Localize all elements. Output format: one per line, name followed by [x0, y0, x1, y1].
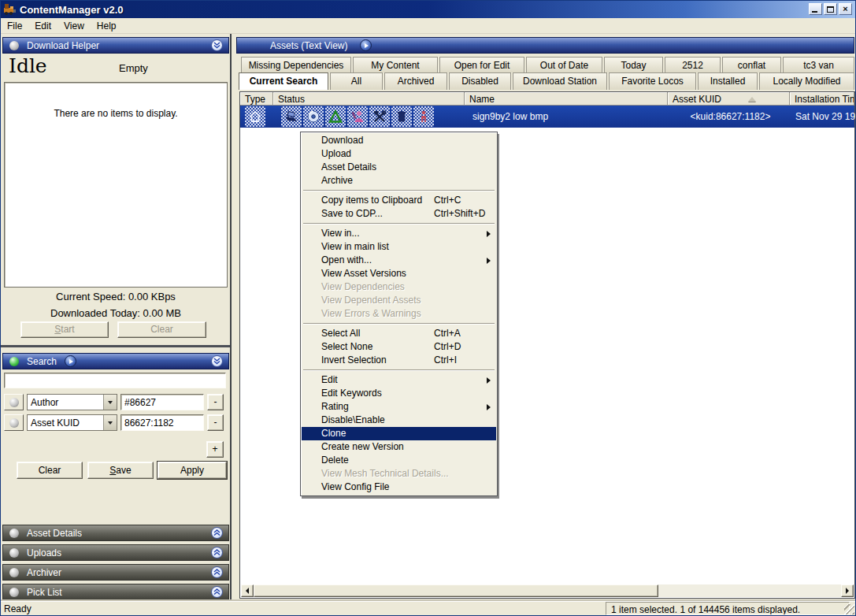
menu-item-clone[interactable]: Clone: [302, 427, 496, 440]
column-header-installation-time[interactable]: Installation Time: [790, 92, 854, 106]
scrollbar-thumb[interactable]: [254, 584, 658, 597]
archiver-panel-header[interactable]: Archiver: [2, 564, 229, 581]
collapse-chevron-down-icon[interactable]: [211, 355, 223, 367]
menu-item-view-in[interactable]: View in...: [302, 227, 496, 240]
uploads-panel-header[interactable]: Uploads: [2, 544, 229, 561]
panel-splitter[interactable]: [230, 34, 234, 601]
download-queue-list[interactable]: There are no items to display.: [4, 82, 228, 288]
asset-details-panel-header[interactable]: Asset Details: [2, 525, 229, 541]
menu-item-edit[interactable]: Edit: [302, 373, 496, 387]
menu-item-select-none[interactable]: Select NoneCtrl+D: [302, 340, 496, 354]
asset-kuid: <kuid:86627:1182>: [669, 111, 791, 122]
resize-grip[interactable]: [844, 604, 854, 614]
column-header-name[interactable]: Name: [465, 92, 668, 106]
menu-file[interactable]: File: [1, 19, 28, 33]
collapse-chevron-down-icon[interactable]: [211, 39, 223, 51]
pick-list-panel-header[interactable]: Pick List: [2, 584, 229, 600]
filter-value-input[interactable]: [120, 394, 204, 410]
menu-view[interactable]: View: [57, 19, 91, 33]
tab-out-of-date[interactable]: Out of Date: [526, 57, 602, 72]
titlebar[interactable]: ContentManager v2.0 ×: [1, 1, 855, 18]
home-icon: [245, 106, 265, 127]
column-header-type[interactable]: Type: [240, 92, 273, 106]
menu-item-label: View Errors & Warnings: [321, 308, 421, 319]
tab-open-for-edit[interactable]: Open for Edit: [439, 57, 524, 72]
filter-field-select[interactable]: Author: [27, 394, 117, 410]
horizontal-scrollbar[interactable]: [241, 584, 854, 597]
column-headers: TypeStatusNameAsset KUIDInstallation Tim…: [240, 92, 854, 106]
download-helper-header[interactable]: Download Helper: [2, 37, 229, 54]
red-figure-icon: [413, 106, 434, 127]
clear-search-button[interactable]: Clear: [17, 462, 83, 479]
menu-item-rating[interactable]: Rating: [302, 400, 496, 414]
column-label: Status: [278, 94, 305, 105]
filter-value-input[interactable]: [120, 414, 204, 431]
tool-person-icon: [347, 106, 368, 127]
menu-edit[interactable]: Edit: [28, 19, 57, 33]
assets-menu-icon[interactable]: [360, 39, 372, 51]
menu-item-save-to-cdp[interactable]: Save to CDP...Ctrl+Shift+D: [302, 207, 496, 221]
expand-chevron-up-icon[interactable]: [211, 527, 223, 539]
tab-download-station[interactable]: Download Station: [513, 72, 607, 90]
menu-item-view-asset-versions[interactable]: View Asset Versions: [302, 267, 496, 280]
filter-field-select[interactable]: Asset KUID: [27, 414, 117, 431]
scroll-right-arrow-icon[interactable]: [841, 584, 854, 597]
tab-current-search[interactable]: Current Search: [239, 72, 328, 90]
expand-chevron-up-icon[interactable]: [211, 547, 223, 558]
tab-tc3-van[interactable]: tc3 van: [783, 57, 854, 72]
menu-item-asset-details[interactable]: Asset Details: [302, 161, 496, 174]
menu-item-copy-items-to-clipboard[interactable]: Copy items to ClipboardCtrl+C: [302, 194, 496, 207]
filter-toggle-button[interactable]: [4, 394, 24, 410]
clear-download-button[interactable]: Clear: [117, 321, 206, 338]
menu-item-label: Open with...: [321, 254, 372, 265]
menu-item-select-all[interactable]: Select AllCtrl+A: [302, 327, 496, 340]
menu-item-create-new-version[interactable]: Create new Version: [302, 440, 496, 454]
column-header-asset-kuid[interactable]: Asset KUID: [668, 92, 790, 106]
menu-item-view-in-main-list[interactable]: View in main list: [302, 240, 496, 254]
tab-today[interactable]: Today: [604, 57, 663, 72]
expand-chevron-up-icon[interactable]: [211, 586, 223, 598]
scroll-left-arrow-icon[interactable]: [241, 584, 254, 597]
remove-filter-button[interactable]: -: [207, 414, 224, 431]
search-input[interactable]: [4, 373, 226, 388]
tab-conflat[interactable]: conflat: [722, 57, 781, 72]
search-header[interactable]: Search: [2, 353, 229, 369]
remove-filter-button[interactable]: -: [207, 394, 224, 410]
table-row-selected[interactable]: sign9by2 low bmp <kuid:86627:1182> Sat N…: [240, 106, 854, 128]
menu-item-invert-selection[interactable]: Invert SelectionCtrl+I: [302, 354, 496, 367]
menu-help[interactable]: Help: [91, 19, 123, 33]
tab-disabled[interactable]: Disabled: [449, 72, 511, 90]
tab-favorite-locos[interactable]: Favorite Locos: [609, 72, 696, 90]
start-button[interactable]: Start: [20, 321, 109, 338]
expand-chevron-up-icon[interactable]: [211, 566, 223, 578]
menu-item-view-config-file[interactable]: View Config File: [302, 481, 496, 494]
green-sphere-icon: [9, 357, 19, 366]
minimize-button[interactable]: [809, 3, 822, 15]
filter-toggle-button[interactable]: [4, 414, 24, 431]
tab-all[interactable]: All: [330, 72, 383, 90]
column-header-status[interactable]: Status: [273, 92, 465, 106]
menu-item-edit-keywords[interactable]: Edit Keywords: [302, 387, 496, 400]
maximize-button[interactable]: [824, 3, 837, 15]
assets-view-header[interactable]: Assets (Text View): [236, 37, 854, 54]
menu-item-archive[interactable]: Archive: [302, 174, 496, 187]
tab-my-content[interactable]: My Content: [353, 57, 438, 72]
menu-item-delete[interactable]: Delete: [302, 454, 496, 467]
tab-missing-dependencies[interactable]: Missing Dependencies: [241, 57, 351, 72]
menu-item-download[interactable]: Download: [302, 134, 496, 147]
tab-locally-modified[interactable]: Locally Modified: [759, 72, 854, 90]
dropdown-arrow-icon[interactable]: [103, 415, 117, 430]
dropdown-arrow-icon[interactable]: [103, 395, 117, 410]
add-filter-button[interactable]: +: [206, 441, 224, 458]
close-button[interactable]: ×: [839, 3, 852, 15]
tab-archived[interactable]: Archived: [384, 72, 447, 90]
content-manager-window: ContentManager v2.0 × File Edit View Hel…: [0, 0, 856, 616]
menu-item-disable-enable[interactable]: Disable\Enable: [302, 414, 496, 427]
tab-installed[interactable]: Installed: [698, 72, 758, 90]
tab-2512[interactable]: 2512: [665, 57, 721, 72]
save-search-button[interactable]: Save: [87, 462, 154, 479]
menu-item-open-with[interactable]: Open with...: [302, 254, 496, 267]
menu-item-upload[interactable]: Upload: [302, 147, 496, 161]
apply-search-button[interactable]: Apply: [157, 462, 227, 479]
run-search-icon[interactable]: [65, 355, 76, 367]
